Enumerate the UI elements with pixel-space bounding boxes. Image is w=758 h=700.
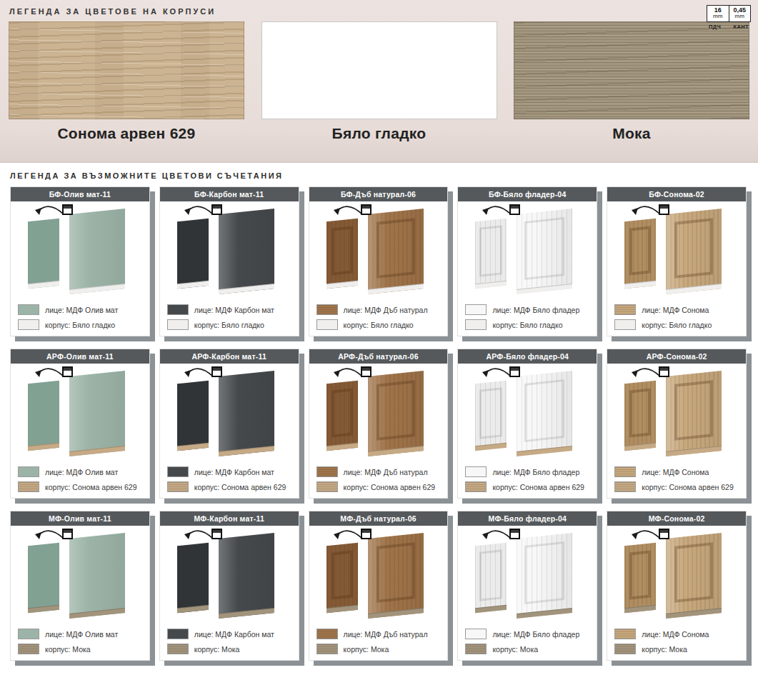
door-hinge-icon [62, 204, 73, 215]
face-swatch [167, 304, 189, 315]
corpus-swatch [18, 319, 39, 330]
corpus-edge-strip [666, 608, 722, 619]
door-panel-front [517, 533, 572, 619]
combination-card-body: лице: МДФ Дъб натурал корпус: Мока [309, 526, 448, 660]
corpus-swatch-block-moka: Мока [514, 21, 749, 142]
combination-card-body: лице: МДФ Сонома корпус: Мока [607, 526, 746, 660]
door-preview [164, 366, 294, 464]
corpus-legend-row: корпус: Бяло гладко [614, 319, 739, 330]
corpus-label: корпус: Мока [642, 645, 687, 654]
corpus-edge-strip [368, 446, 424, 456]
door-panel-back [177, 381, 209, 451]
door-preview [15, 366, 145, 464]
door-preview [462, 204, 592, 301]
corpus-legend-row: корпус: Бяло гладко [18, 319, 142, 330]
corpus-edge-strip [368, 608, 424, 619]
door-preview [164, 204, 294, 301]
door-panel-front [517, 371, 572, 456]
door-hinge-icon [62, 529, 73, 539]
board-thickness-unit: mm [713, 14, 722, 19]
face-swatch [167, 466, 189, 477]
face-swatch [316, 304, 338, 315]
face-legend-row: лице: МДФ Сонома [614, 466, 739, 477]
face-swatch [614, 629, 636, 639]
corpus-swatch [465, 319, 487, 330]
door-preview [164, 529, 294, 626]
face-swatch [465, 466, 487, 477]
corpus-swatch [614, 481, 636, 492]
edge-band-label: КАНТ [733, 24, 749, 30]
swing-arrow-icon [181, 366, 216, 381]
combination-card-body: лице: МДФ Карбон мат корпус: Сонома арве… [160, 364, 299, 498]
corpus-swatch [316, 481, 338, 492]
face-label: лице: МДФ Бяло фладер [492, 468, 579, 476]
corpus-label: корпус: Бяло гладко [45, 321, 115, 329]
swing-arrow-icon [479, 204, 514, 219]
face-swatch [18, 304, 39, 315]
door-panel-back [475, 543, 507, 614]
door-panel-front [368, 371, 424, 456]
board-edge-box: 16 mm 0,45 mm [707, 5, 751, 22]
door-panel-back [624, 381, 656, 451]
board-edge-labels: ПДЧ КАНТ [707, 22, 751, 30]
swing-arrow-icon [629, 366, 663, 381]
corpus-label: корпус: Бяло гладко [194, 321, 264, 329]
corpus-edge-strip [219, 446, 274, 456]
corpus-legend-row: корпус: Сонома арвен 629 [465, 481, 589, 492]
combination-grid: БФ-Олив мат-11 лице: МДФ Олив мат корп [0, 186, 758, 669]
door-hinge-icon [659, 366, 669, 377]
corpus-edge-strip [517, 446, 572, 456]
combination-card-body: лице: МДФ Дъб натурал корпус: Сонома арв… [309, 364, 448, 498]
face-legend-row: лице: МДФ Бяло фладер [465, 466, 589, 477]
corpus-label: корпус: Сонома арвен 629 [194, 483, 286, 491]
face-swatch [167, 629, 189, 639]
corpus-edge-strip [666, 446, 722, 456]
corpus-swatch [614, 319, 636, 330]
combination-card: МФ-Олив мат-11 лице: МДФ Олив мат корп [10, 511, 150, 661]
door-preview [15, 204, 145, 301]
face-label: лице: МДФ Бяло фладер [492, 630, 579, 639]
corpus-label: корпус: Мока [492, 645, 538, 654]
door-preview [314, 204, 444, 301]
corpus-legend-row: корпус: Мока [18, 644, 142, 654]
door-preview [314, 529, 444, 626]
combination-card-body: лице: МДФ Дъб натурал корпус: Бяло гладк… [309, 201, 448, 336]
swing-arrow-icon [629, 528, 663, 544]
combination-card: АРФ-Сонома-02 лице: МДФ Сонома корпус: [607, 349, 747, 499]
card-legend: лице: МДФ Олив мат корпус: Сонома арвен … [15, 464, 145, 492]
door-hinge-icon [361, 204, 371, 215]
combination-card-title: АРФ-Сонома-02 [607, 349, 746, 364]
face-label: лице: МДФ Сонома [642, 306, 709, 314]
door-panel-front [368, 209, 424, 294]
corpus-label: корпус: Сонома арвен 629 [45, 483, 137, 491]
corpus-label: корпус: Мока [344, 645, 389, 654]
corpus-edge-strip [666, 284, 722, 294]
face-swatch [316, 629, 338, 639]
door-preview [612, 529, 742, 626]
combination-card-body: лице: МДФ Олив мат корпус: Бяло гладко [11, 201, 149, 336]
door-hinge-icon [509, 204, 520, 215]
combination-card-title: АРФ-Олив мат-11 [11, 349, 149, 364]
corpus-label: корпус: Мока [45, 645, 91, 654]
door-panel-back [326, 219, 358, 289]
swing-arrow-icon [479, 366, 514, 381]
face-swatch [465, 304, 487, 315]
face-legend-row: лице: МДФ Карбон мат [167, 629, 291, 639]
face-swatch [614, 304, 636, 315]
combination-card: АРФ-Дъб натурал-06 лице: МДФ Дъб натурал [309, 349, 449, 499]
combinations-legend: ЛЕГЕНДА ЗА ВЪЗМОЖНИТЕ ЦВЕТОВИ СЪЧЕТАНИЯ … [0, 163, 758, 669]
corpus-edge-strip [69, 284, 125, 294]
face-legend-row: лице: МДФ Олив мат [18, 466, 142, 477]
combination-card-title: АРФ-Карбон мат-11 [160, 349, 299, 364]
card-legend: лице: МДФ Бяло фладер корпус: Сонома арв… [462, 464, 592, 492]
door-hinge-icon [62, 366, 73, 377]
corpus-swatch [316, 644, 338, 654]
combinations-title: ЛЕГЕНДА ЗА ВЪЗМОЖНИТЕ ЦВЕТОВИ СЪЧЕТАНИЯ [0, 163, 758, 186]
combination-card-title: АРФ-Дъб натурал-06 [309, 349, 448, 364]
face-legend-row: лице: МДФ Сонома [614, 629, 739, 639]
door-preview [462, 366, 592, 464]
face-legend-row: лице: МДФ Дъб натурал [316, 629, 441, 639]
swing-arrow-icon [331, 204, 365, 219]
face-label: лице: МДФ Карбон мат [194, 630, 274, 639]
corpus-edge-strip [177, 443, 209, 451]
